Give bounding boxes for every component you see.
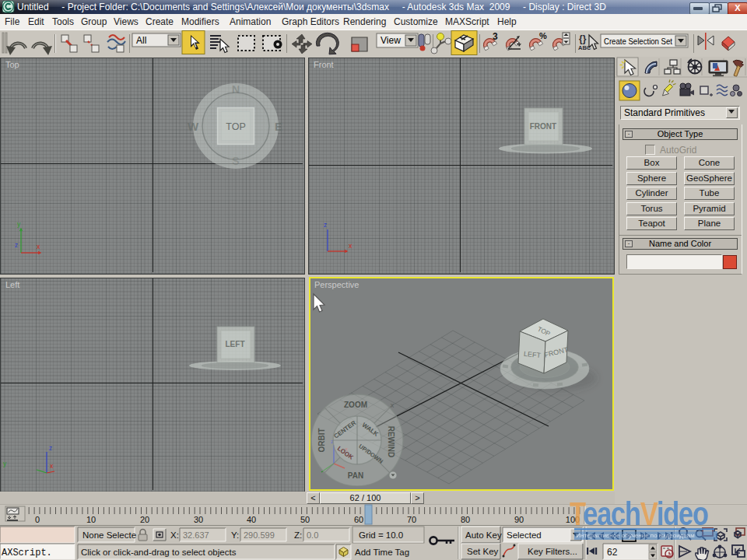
svg-text:X:: X: bbox=[170, 530, 179, 540]
svg-text:290.599: 290.599 bbox=[244, 530, 275, 540]
svg-text:z: z bbox=[324, 221, 327, 229]
svg-text:{}: {} bbox=[579, 33, 587, 44]
svg-text:50: 50 bbox=[300, 515, 310, 524]
svg-text:40: 40 bbox=[247, 515, 256, 524]
svg-text:20: 20 bbox=[140, 515, 149, 524]
svg-text:Set Key: Set Key bbox=[467, 547, 499, 556]
svg-text:60: 60 bbox=[354, 515, 363, 524]
svg-text:Z:: Z: bbox=[294, 530, 302, 540]
svg-text:x: x bbox=[50, 462, 54, 470]
svg-text:Grid = 10.0: Grid = 10.0 bbox=[359, 530, 403, 540]
svg-text:z: z bbox=[15, 241, 18, 249]
svg-text:y: y bbox=[17, 220, 21, 228]
svg-text:Add Time Tag: Add Time Tag bbox=[355, 548, 409, 557]
svg-text:Click or click-and-drag to sel: Click or click-and-drag to select object… bbox=[81, 548, 237, 557]
svg-text:x: x bbox=[37, 243, 40, 250]
svg-text:Selected: Selected bbox=[507, 530, 542, 540]
svg-text:10: 10 bbox=[86, 515, 96, 524]
svg-text:80: 80 bbox=[461, 515, 470, 524]
svg-text:y: y bbox=[3, 460, 7, 467]
svg-text:0: 0 bbox=[35, 515, 40, 524]
svg-text:0.0: 0.0 bbox=[307, 530, 318, 540]
svg-text:%: % bbox=[539, 31, 547, 40]
svg-text:z: z bbox=[49, 444, 52, 452]
svg-text:Key Filters...: Key Filters... bbox=[528, 547, 577, 556]
svg-text:32.637: 32.637 bbox=[183, 530, 209, 540]
svg-text:x: x bbox=[349, 242, 352, 250]
svg-text:30: 30 bbox=[194, 515, 203, 524]
svg-text:3: 3 bbox=[493, 31, 498, 42]
svg-text:None Selecte: None Selecte bbox=[82, 530, 136, 540]
svg-text:70: 70 bbox=[407, 515, 416, 524]
svg-text:62: 62 bbox=[607, 547, 618, 558]
svg-text:90: 90 bbox=[514, 515, 524, 524]
svg-text:All: All bbox=[136, 35, 146, 46]
svg-text:Y:: Y: bbox=[231, 530, 239, 540]
svg-text:Create Selection Set: Create Selection Set bbox=[604, 37, 672, 46]
svg-text:View: View bbox=[381, 35, 401, 46]
svg-text:Auto Key: Auto Key bbox=[465, 530, 502, 540]
svg-text:AXScript.: AXScript. bbox=[2, 548, 52, 558]
